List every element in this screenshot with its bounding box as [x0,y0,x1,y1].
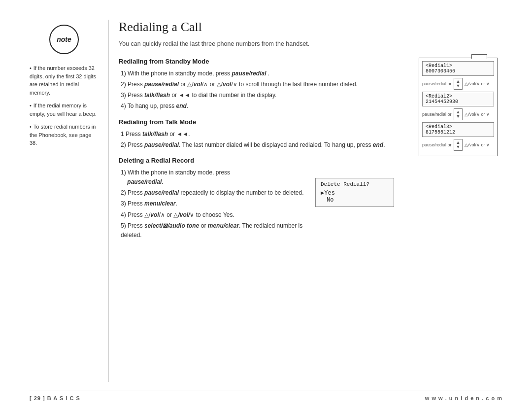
delete-dialog-area: Delete Redial1? ▶Yes No [315,168,404,241]
page-container: note If the number exceeds 32 digits, on… [0,0,532,411]
redial2-label: <Redial2> [426,94,491,99]
nav3-text: pause/redial or [422,142,452,147]
deleting-instructions: 1) With the phone in standby mode, press… [119,168,305,241]
nav1-text: pause/redial or [422,81,452,86]
redial1-label: <Redial1> [426,63,491,68]
redial3-label: <Redial3> [426,124,491,130]
nav3-row: pause/redial or ▲ ▼ △/vol/∧ or ∨ [422,139,494,151]
footer-right: w w w . u n i d e n . c o m [425,395,502,401]
standby-heading: Redialing from Standby Mode [119,58,404,65]
main-content: Redialing a Call You can quickly redial … [108,20,502,382]
sidebar-note-1: If the number exceeds 32 digits, only th… [30,64,99,97]
delete-step-2: 2) Press pause/redial repeatedly to disp… [119,188,305,198]
redial-diagram: <Redial1> 8007303456 pause/redial or ▲ ▼… [419,58,498,156]
nav3-vol: △/vol/∧ or ∨ [465,142,490,147]
talk-heading: Redialing from Talk Mode [119,118,404,126]
nav1-vol: △/vol/∧ or ∨ [465,81,490,86]
nav2-vol: △/vol/∧ or ∨ [465,112,490,117]
standby-step-4: 4) To hang up, press end. [119,102,404,111]
footer: [ 29 ] B A S I C S w w w . u n i d e n .… [30,390,502,401]
sidebar-note-3: To store redial numbers in the Phonebook… [30,123,99,147]
footer-left: [ 29 ] B A S I C S [30,395,80,401]
instructions-col: Redialing from Standby Mode 1) With the … [119,58,404,241]
deleting-two-col: 1) With the phone in standby mode, press… [119,168,404,241]
nav1-row: pause/redial or ▲ ▼ △/vol/∧ or ∨ [422,78,494,90]
page-title: Redialing a Call [119,20,502,34]
delete-step-4: 4) Press △/vol/∧ or △/vol/∨ to choose Ye… [119,210,305,220]
two-col-layout: Redialing from Standby Mode 1) With the … [119,58,502,241]
arrow2: ▲ ▼ [454,108,463,120]
redial1-box: <Redial1> 8007303456 [422,61,494,76]
sidebar-note-2: If the redial memory is empty, you will … [30,102,99,118]
sidebar-notes: If the number exceeds 32 digits, only th… [30,64,99,152]
standby-steps: 1) With the phone in standby mode, press… [119,69,404,111]
redial2-box: <Redial2> 21454452930 [422,92,494,106]
left-sidebar: note If the number exceeds 32 digits, on… [30,20,108,382]
talk-step-2: 2) Press pause/redial. The last number d… [119,140,404,150]
redial2-number: 21454452930 [426,99,491,104]
delete-dialog-yes: ▶Yes [321,189,389,197]
delete-dialog-no: No [321,197,389,204]
note-circle: note [49,25,79,54]
standby-step-3: 3) Press talk/flash or ◄◄ to dial the nu… [119,91,404,100]
delete-heading: Deleting a Redial Record [119,157,404,164]
redial3-box: <Redial3> 8175551212 [422,122,494,137]
nav2-row: pause/redial or ▲ ▼ △/vol/∧ or ∨ [422,108,494,120]
note-label: note [57,35,71,43]
nav2-text: pause/redial or [422,112,452,117]
arrow3: ▲ ▼ [454,139,463,151]
deleting-section: Deleting a Redial Record 1) With the pho… [119,157,404,241]
delete-step-3: 3) Press menu/clear. [119,199,305,208]
talk-step-1: 1 Press talk/flash or ◄◄. [119,130,404,139]
arrow1: ▲ ▼ [454,78,463,90]
delete-steps: 1) With the phone in standby mode, press… [119,168,305,240]
diagram-col: <Redial1> 8007303456 pause/redial or ▲ ▼… [414,58,502,241]
delete-dialog: Delete Redial1? ▶Yes No [315,178,394,207]
standby-step-2: 2) Press pause/redial or △/vol/∧ or △/vo… [119,80,404,89]
delete-dialog-title: Delete Redial1? [321,181,389,187]
intro-text: You can quickly redial the last three ph… [119,39,502,49]
talk-steps: 1 Press talk/flash or ◄◄. 2) Press pause… [119,130,404,150]
standby-step-1: 1) With the phone in standby mode, press… [119,69,404,78]
content-area: note If the number exceeds 32 digits, on… [30,20,502,382]
delete-step-5: 5) Press select/⊠/audio tone or menu/cle… [119,221,305,240]
redial1-number: 8007303456 [426,68,491,74]
redial3-number: 8175551212 [426,130,491,135]
delete-step-1: 1) With the phone in standby mode, press… [119,168,305,187]
